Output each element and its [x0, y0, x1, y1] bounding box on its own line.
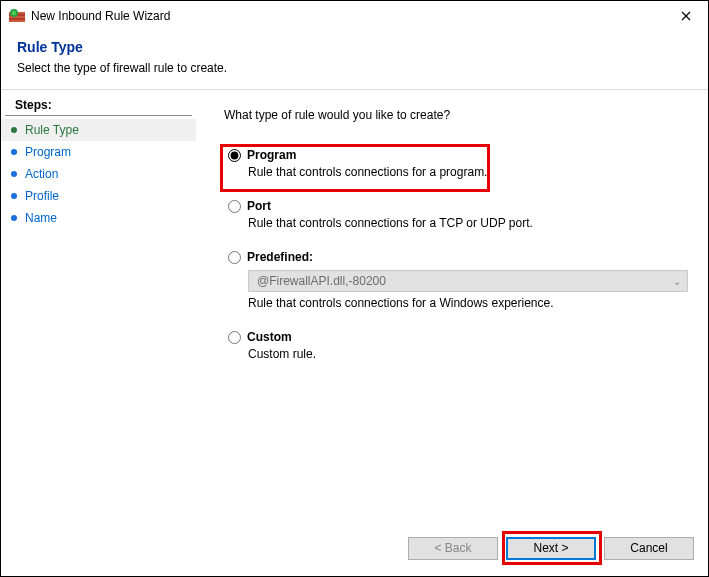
- option-desc: Custom rule.: [248, 347, 692, 361]
- page-title: Rule Type: [17, 39, 692, 55]
- option-desc: Rule that controls connections for a pro…: [248, 165, 692, 179]
- dropdown-value: @FirewallAPI.dll,-80200: [257, 274, 386, 288]
- option-title: Custom: [247, 330, 292, 344]
- option-title: Predefined:: [247, 250, 313, 264]
- radio-predefined[interactable]: [228, 251, 241, 264]
- radio-port[interactable]: [228, 200, 241, 213]
- cancel-button[interactable]: Cancel: [604, 537, 694, 560]
- wizard-footer: < Back Next > Cancel: [1, 520, 708, 576]
- back-button: < Back: [408, 537, 498, 560]
- step-name[interactable]: Name: [1, 207, 196, 229]
- step-profile[interactable]: Profile: [1, 185, 196, 207]
- svg-rect-3: [9, 20, 25, 22]
- option-desc: Rule that controls connections for a Win…: [248, 296, 692, 310]
- bullet-icon: [11, 215, 17, 221]
- radio-custom[interactable]: [228, 331, 241, 344]
- bullet-icon: [11, 149, 17, 155]
- option-desc: Rule that controls connections for a TCP…: [248, 216, 692, 230]
- step-rule-type[interactable]: Rule Type: [1, 119, 196, 141]
- option-program: Program Rule that controls connections f…: [224, 148, 692, 179]
- option-title: Port: [247, 199, 271, 213]
- option-custom: Custom Custom rule.: [224, 330, 692, 361]
- svg-rect-2: [9, 16, 25, 18]
- option-title: Program: [247, 148, 296, 162]
- bullet-icon: [11, 193, 17, 199]
- next-button[interactable]: Next >: [506, 537, 596, 560]
- titlebar: New Inbound Rule Wizard: [1, 1, 708, 31]
- close-button[interactable]: [663, 1, 708, 31]
- wizard-header: Rule Type Select the type of firewall ru…: [1, 31, 708, 90]
- firewall-icon: [9, 8, 25, 24]
- bullet-icon: [11, 171, 17, 177]
- window-title: New Inbound Rule Wizard: [31, 9, 663, 23]
- svg-point-5: [12, 11, 16, 15]
- step-label: Program: [25, 145, 71, 159]
- steps-heading: Steps:: [5, 96, 192, 116]
- chevron-down-icon: ⌄: [673, 276, 681, 287]
- question-text: What type of rule would you like to crea…: [224, 108, 692, 122]
- steps-sidebar: Steps: Rule Type Program Action Profile …: [1, 90, 196, 520]
- page-subtitle: Select the type of firewall rule to crea…: [17, 61, 692, 75]
- content-panel: What type of rule would you like to crea…: [196, 90, 708, 520]
- bullet-icon: [11, 127, 17, 133]
- step-program[interactable]: Program: [1, 141, 196, 163]
- radio-program[interactable]: [228, 149, 241, 162]
- predefined-dropdown: @FirewallAPI.dll,-80200 ⌄: [248, 270, 688, 292]
- step-label: Rule Type: [25, 123, 79, 137]
- step-label: Profile: [25, 189, 59, 203]
- step-label: Action: [25, 167, 58, 181]
- step-action[interactable]: Action: [1, 163, 196, 185]
- step-label: Name: [25, 211, 57, 225]
- option-port: Port Rule that controls connections for …: [224, 199, 692, 230]
- option-predefined: Predefined: @FirewallAPI.dll,-80200 ⌄ Ru…: [224, 250, 692, 310]
